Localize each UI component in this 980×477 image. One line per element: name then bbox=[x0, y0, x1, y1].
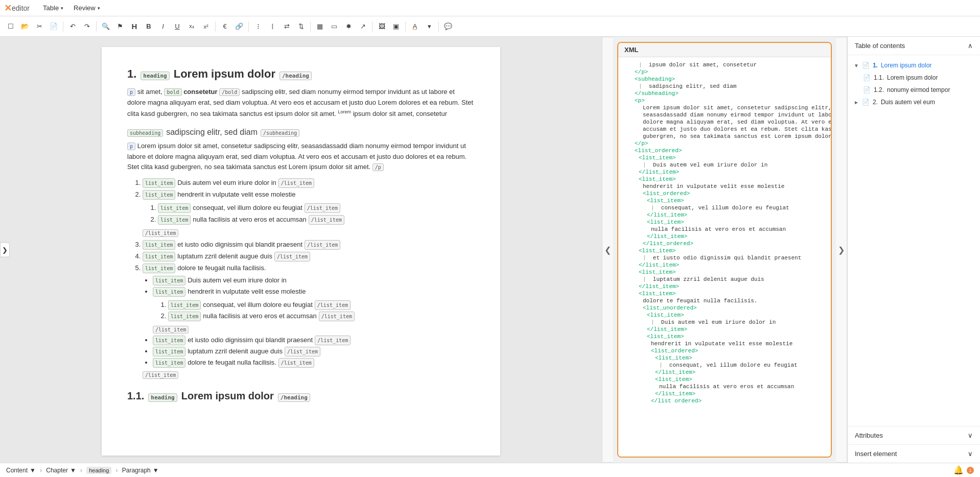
new-button[interactable]: ☐ bbox=[4, 20, 17, 33]
xml-line: </list_item> bbox=[622, 233, 827, 240]
uli54-open-tag: list_item bbox=[153, 347, 185, 356]
ul-item-5-5[interactable]: list_item dolore te feugait nulla facili… bbox=[153, 357, 475, 368]
bold-open-tag: bold bbox=[164, 88, 181, 96]
subscript-button[interactable]: x₂ bbox=[185, 20, 198, 33]
table-menu-arrow-icon: ▾ bbox=[61, 6, 63, 11]
ul-item-5-2-1[interactable]: list_item consequat, vel illum dolore eu… bbox=[168, 300, 475, 310]
italic-button[interactable]: I bbox=[156, 20, 170, 33]
insert-element-header[interactable]: Insert element ∨ bbox=[848, 445, 980, 463]
heading-close-tag: /heading bbox=[279, 71, 312, 80]
li22-close-tag: /list_item bbox=[309, 215, 344, 225]
list-item-4[interactable]: list_item luptatum zzril delenit augue d… bbox=[143, 251, 475, 261]
xml-line: </list_item> bbox=[622, 261, 827, 269]
ul-item-5-4[interactable]: list_item luptatum zzril delenit augue d… bbox=[153, 346, 475, 356]
breadcrumb-content[interactable]: Content ▼ bbox=[6, 467, 36, 474]
left-panel-arrow[interactable]: ❯ bbox=[0, 243, 10, 257]
image-button[interactable]: 🖼 bbox=[375, 20, 388, 33]
attributes-header[interactable]: Attributes ∨ bbox=[848, 426, 980, 444]
unordered-list-button[interactable]: ⁞ bbox=[266, 20, 279, 33]
toc-item-1[interactable]: ▼ 📄 1. Lorem ipsum dolor bbox=[848, 59, 980, 71]
ul-item-5-2-2[interactable]: list_item nulla facilisis at vero eros e… bbox=[168, 311, 475, 321]
undo-button[interactable]: ↶ bbox=[66, 20, 79, 33]
toc-header: Table of contents ∧ bbox=[848, 37, 980, 55]
breadcrumb-paragraph[interactable]: Paragraph ▼ bbox=[122, 467, 159, 474]
ul-item-5-3[interactable]: list_item et iusto odio dignissim qui bl… bbox=[153, 335, 475, 345]
xml-panel-wrapper: ❮ XML | ipsum dolor sit amet, consetetur… bbox=[602, 37, 847, 463]
uli55-close-tag: /list_item bbox=[278, 358, 314, 368]
list-item-2-1[interactable]: list_item consequat, vel illum dolore eu… bbox=[158, 203, 475, 213]
ordered-list-button[interactable]: ⁝ bbox=[251, 20, 265, 33]
list-item-2-2[interactable]: list_item nulla facilisis at vero eros e… bbox=[158, 214, 475, 225]
top-bar: ✕ editor Table ▾ Review ▾ bbox=[0, 0, 980, 16]
ul-item-5-1[interactable]: list_item Duis autem vel eum iriure dolo… bbox=[153, 275, 475, 285]
insert-element-chevron-icon: ∨ bbox=[968, 450, 973, 458]
xml-panel: XML | ipsum dolor sit amet, consetetur <… bbox=[617, 42, 832, 458]
search-button[interactable]: 🔍 bbox=[99, 20, 112, 33]
heading-1-number: 1. bbox=[127, 67, 136, 81]
menu-review[interactable]: Review ▾ bbox=[68, 2, 105, 14]
list-item-1[interactable]: list_item Duis autem vel eum iriure dolo… bbox=[143, 178, 475, 188]
paragraph-1[interactable]: p sit amet, bold consetetur /bold sadips… bbox=[127, 87, 475, 120]
xml-line: Lorem ipsum dolor sit amet, consetetur s… bbox=[622, 104, 827, 111]
uli53-open-tag: list_item bbox=[153, 336, 185, 345]
align-left-button[interactable]: ⇄ bbox=[280, 20, 293, 33]
export-button[interactable]: 📄 bbox=[47, 20, 60, 33]
heading-button[interactable]: H bbox=[128, 20, 141, 33]
list-item-3[interactable]: list_item et iusto odio dignissim qui bl… bbox=[143, 240, 475, 250]
heading-1-text[interactable]: Lorem ipsum dolor bbox=[174, 67, 275, 81]
special2-button[interactable]: ✸ bbox=[342, 20, 355, 33]
toc-item-2[interactable]: ► 📄 2. Duis autem vel eum bbox=[848, 96, 980, 108]
highlight-button[interactable]: A bbox=[408, 20, 422, 33]
xml-line: <list_item> bbox=[622, 376, 827, 383]
xml-content[interactable]: | ipsum dolor sit amet, consetetur </p> … bbox=[618, 57, 831, 457]
redo-button[interactable]: ↷ bbox=[80, 20, 94, 33]
xml-line: <list_item> bbox=[622, 154, 827, 161]
xml-line: dolore te feugait nulla facilisis. bbox=[622, 297, 827, 304]
toc-item-1-2[interactable]: 📄 1.2. nonumy eirmod tempor bbox=[848, 84, 980, 96]
bold-button[interactable]: B bbox=[142, 20, 155, 33]
heading-11-text[interactable]: Lorem ipsum dolor bbox=[181, 390, 274, 402]
notification-bell-icon[interactable]: 🔔 bbox=[953, 465, 964, 475]
uli52-close-tag: /list_item bbox=[153, 326, 189, 333]
superscript-button[interactable]: x² bbox=[199, 20, 213, 33]
xml-line: <list_unordered> bbox=[622, 304, 827, 312]
align-right-button[interactable]: ⇅ bbox=[294, 20, 308, 33]
toc-collapse-icon[interactable]: ∧ bbox=[968, 42, 973, 50]
bookmark-button[interactable]: ⚑ bbox=[113, 20, 127, 33]
xml-line: <list_item> bbox=[622, 354, 827, 362]
logo: ✕ editor bbox=[4, 3, 30, 14]
xml-line: | sadipscing elitr, sed diam bbox=[622, 83, 827, 90]
list-item-2[interactable]: list_item hendrerit in vulputate velit e… bbox=[143, 189, 475, 238]
underline-button[interactable]: U bbox=[171, 20, 184, 33]
subheading-open-tag: subheading bbox=[127, 129, 163, 137]
cut-button[interactable]: ✂ bbox=[33, 20, 46, 33]
li521-close-tag: /list_item bbox=[315, 300, 351, 310]
subheading-text[interactable]: sadipscing elitr, sed diam bbox=[166, 128, 258, 137]
open-button[interactable]: 📂 bbox=[18, 20, 32, 33]
xml-right-arrow[interactable]: ❯ bbox=[836, 37, 847, 463]
comment-button[interactable]: 💬 bbox=[441, 20, 455, 33]
li5-close-tag: /list_item bbox=[143, 371, 178, 379]
menu-table[interactable]: Table ▾ bbox=[38, 2, 68, 14]
frame-button[interactable]: ▭ bbox=[328, 20, 341, 33]
li21-open-tag: list_item bbox=[158, 203, 191, 213]
xml-left-arrow[interactable]: ❮ bbox=[602, 37, 613, 463]
li5-open-tag: list_item bbox=[143, 264, 175, 273]
breadcrumb-chapter[interactable]: Chapter ▼ bbox=[46, 467, 76, 474]
bold-word[interactable]: consetetur bbox=[183, 88, 217, 96]
table-button[interactable]: ▦ bbox=[313, 20, 326, 33]
expand-button[interactable]: ↗ bbox=[356, 20, 369, 33]
link-button[interactable]: 🔗 bbox=[232, 20, 246, 33]
euro-button[interactable]: € bbox=[218, 20, 231, 33]
paragraph-2[interactable]: p Lorem ipsum dolor sit amet, consetetur… bbox=[127, 141, 475, 173]
list-item-5[interactable]: list_item dolore te feugait nulla facili… bbox=[143, 263, 475, 380]
toc-item-1-1[interactable]: 📄 1.1. Lorem ipsum dolor bbox=[848, 71, 980, 84]
breadcrumb-content-arrow-icon: ▼ bbox=[30, 467, 36, 474]
media-button[interactable]: ▣ bbox=[389, 20, 403, 33]
bottom-bar: Content ▼ › Chapter ▼ › heading › Paragr… bbox=[0, 463, 980, 477]
p2-open-tag: p bbox=[127, 142, 135, 150]
xml-line: <list_item> bbox=[622, 333, 827, 340]
highlight-arrow-button[interactable]: ▾ bbox=[423, 20, 436, 33]
ul-item-5-2[interactable]: list_item hendrerit in vulputate velit e… bbox=[153, 287, 475, 335]
notification-badge: 1 bbox=[967, 467, 974, 474]
